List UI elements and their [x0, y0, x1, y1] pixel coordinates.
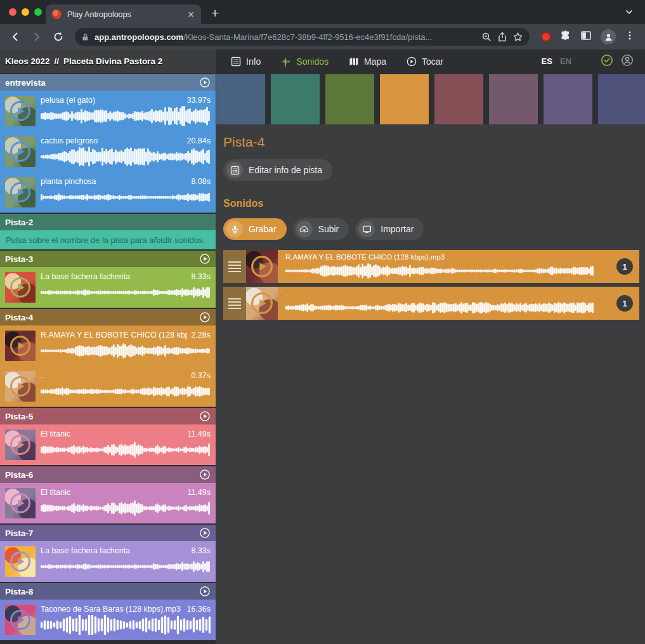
sound-thumbnail — [5, 177, 36, 207]
track-header-Pista-2[interactable]: Pista-2 — [0, 214, 216, 230]
tab-close-icon[interactable]: ✕ — [187, 10, 195, 19]
track-play-button[interactable] — [199, 253, 211, 265]
palette-tile-3[interactable] — [325, 74, 374, 124]
sound-title: La base fachera facherita — [41, 272, 130, 281]
url-text[interactable]: app.antropoloops.com/Kleos-Santa-Marina/… — [94, 32, 476, 42]
toolbar-extensions-area — [537, 29, 639, 44]
nav-item-sonidos[interactable]: Sonidos — [281, 56, 329, 67]
loop-count-badge: 1 — [616, 295, 633, 312]
bookmark-star-icon[interactable] — [512, 32, 523, 43]
importar-button[interactable]: Importar — [355, 218, 424, 240]
track-header-Pista-4[interactable]: Pista-4 — [0, 309, 216, 325]
play-overlay-icon[interactable] — [5, 605, 36, 635]
play-overlay-icon[interactable] — [5, 177, 36, 207]
browser-tab[interactable]: Play Antropoloops ✕ — [46, 4, 201, 24]
extensions-puzzle-icon[interactable] — [560, 30, 571, 44]
window-controls[interactable] — [9, 8, 42, 16]
close-window-button[interactable] — [9, 8, 16, 16]
sound-item[interactable]: El titanic11.49s — [0, 483, 216, 523]
subir-button[interactable]: Subir — [293, 218, 349, 240]
sound-thumbnail — [5, 331, 36, 361]
play-overlay-icon[interactable] — [5, 331, 36, 361]
reload-icon[interactable] — [49, 28, 67, 46]
sound-item[interactable]: La base fachera facherita8.33s — [0, 541, 216, 582]
palette-tile-6[interactable] — [489, 74, 538, 124]
sound-title: El titanic — [41, 488, 70, 497]
info-panel-icon — [231, 56, 241, 67]
palette-tile-5[interactable] — [434, 74, 483, 124]
play-overlay-icon[interactable] — [246, 250, 278, 283]
play-overlay-icon[interactable] — [246, 287, 278, 320]
loop-count-badge: 1 — [616, 258, 633, 275]
track-header-Pista-5[interactable]: Pista-5 — [0, 408, 216, 424]
cloud-upload-icon — [296, 221, 313, 237]
share-icon[interactable] — [497, 32, 507, 42]
sound-item[interactable]: La base fachera facherita8.33s — [0, 267, 216, 308]
map-icon — [349, 56, 359, 67]
sound-item[interactable]: planta pinchosa8.08s — [0, 172, 216, 213]
track-header-Pista-7[interactable]: Pista-7 — [0, 525, 216, 541]
play-overlay-icon[interactable] — [5, 488, 36, 518]
grabar-button[interactable]: Grabar — [223, 218, 287, 240]
track-play-button[interactable] — [199, 77, 211, 88]
sound-item[interactable]: Taconeo de Sara Baras (128 kbps).mp316.3… — [0, 600, 216, 640]
url-path: /Kleos-Santa-Marina/f7e628c7-38b9-4ff2-9… — [183, 32, 432, 42]
forward-icon[interactable] — [28, 28, 46, 46]
sound-item[interactable]: .0.37s — [0, 366, 216, 407]
back-icon[interactable] — [6, 28, 24, 46]
track-sound-row[interactable]: R.AMAYA Y EL BOBOTE CHICO (128 kbps).mp3… — [223, 250, 639, 283]
play-overlay-icon[interactable] — [5, 136, 36, 167]
drag-handle-icon — [228, 296, 241, 311]
edit-track-info-button[interactable]: Editar info de pista — [223, 159, 332, 181]
waveform — [41, 147, 211, 167]
track-play-button[interactable] — [199, 527, 211, 539]
palette-tile-7[interactable] — [544, 74, 592, 124]
sound-duration: 11.49s — [187, 430, 211, 438]
track-header-Pista-6[interactable]: Pista-6 — [0, 466, 216, 483]
palette-tile-8[interactable] — [598, 74, 645, 124]
zoom-window-button[interactable] — [34, 8, 42, 16]
nav-item-info[interactable]: Info — [231, 56, 261, 67]
account-icon[interactable] — [621, 54, 634, 69]
track-sound-row[interactable]: .1 — [223, 287, 639, 320]
language-toggle-en[interactable]: EN — [560, 56, 571, 66]
nav-item-tocar[interactable]: Tocar — [407, 56, 443, 67]
record-extension-icon[interactable] — [541, 32, 551, 42]
play-overlay-icon[interactable] — [5, 430, 36, 460]
address-bar[interactable]: app.antropoloops.com/Kleos-Santa-Marina/… — [75, 28, 530, 46]
sound-item[interactable]: cactus peligroso20.84s — [0, 131, 216, 172]
breadcrumb-place[interactable]: Placeta Divina Pastora 2 — [63, 56, 162, 66]
track-header-Pista-8[interactable]: Pista-8 — [0, 583, 216, 600]
palette-tile-4[interactable] — [380, 74, 429, 124]
profile-avatar-icon[interactable] — [601, 29, 616, 44]
play-overlay-icon[interactable] — [5, 272, 36, 303]
track-play-button[interactable] — [199, 312, 211, 323]
play-overlay-icon[interactable] — [5, 371, 36, 402]
track-play-button[interactable] — [199, 586, 211, 597]
breadcrumb-project[interactable]: Kleos 2022 — [5, 56, 50, 66]
minimize-window-button[interactable] — [22, 8, 29, 16]
palette-tile-1[interactable] — [216, 74, 265, 124]
track-play-button[interactable] — [199, 411, 211, 422]
sound-item[interactable]: pelusa (el gato)33.97s — [0, 91, 216, 131]
nav-item-mapa[interactable]: Mapa — [349, 56, 386, 67]
play-overlay-icon[interactable] — [5, 96, 36, 126]
new-tab-button[interactable]: + — [211, 6, 219, 21]
side-panel-icon[interactable] — [580, 30, 592, 44]
track-header-entrevista[interactable]: entrevista — [0, 74, 216, 91]
sound-actions: GrabarSubirImportar — [223, 218, 645, 240]
play-overlay-icon[interactable] — [5, 546, 36, 577]
tab-search-chevron-icon[interactable] — [625, 8, 634, 19]
palette-tile-2[interactable] — [271, 74, 320, 124]
waveform — [41, 440, 211, 460]
breadcrumb[interactable]: Kleos 2022 // Placeta Divina Pastora 2 — [0, 49, 216, 73]
sound-item[interactable]: R.AMAYA Y EL BOBOTE CHICO (128 kbps)....… — [0, 325, 216, 366]
language-toggle-es[interactable]: ES — [542, 56, 552, 66]
sound-item[interactable]: El titanic11.49s — [0, 424, 216, 465]
zoom-out-icon[interactable] — [481, 32, 492, 43]
drag-handle[interactable] — [223, 287, 246, 320]
browser-menu-dots-icon[interactable] — [625, 30, 635, 43]
track-play-button[interactable] — [199, 469, 211, 480]
drag-handle[interactable] — [223, 250, 246, 283]
track-header-Pista-3[interactable]: Pista-3 — [0, 251, 216, 267]
